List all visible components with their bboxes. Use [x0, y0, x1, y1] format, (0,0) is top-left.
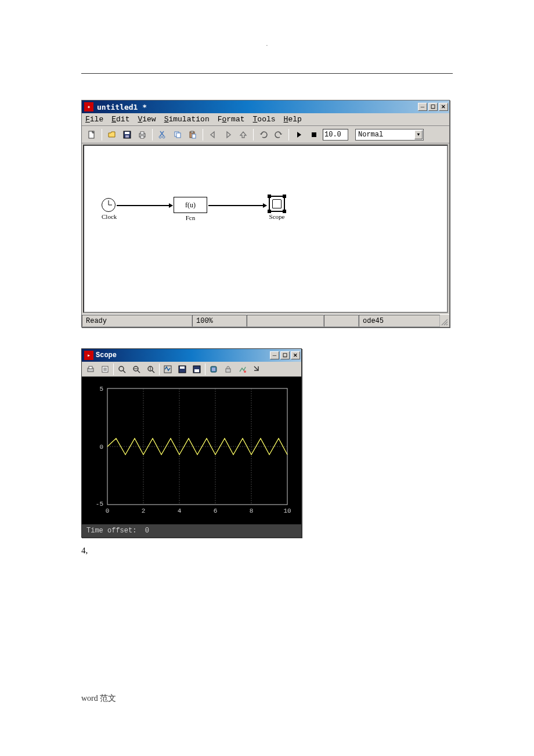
page-header-dot: .: [81, 41, 453, 47]
lock-icon[interactable]: [222, 363, 234, 376]
separator: [205, 363, 205, 375]
status-blank2: [324, 315, 359, 327]
print-icon[interactable]: [136, 128, 149, 141]
svg-rect-3: [125, 135, 129, 138]
scope-label: Scope: [269, 213, 285, 220]
autoscale-icon[interactable]: [161, 363, 174, 376]
svg-text:5: 5: [99, 386, 103, 393]
zoom-x-icon[interactable]: [130, 363, 143, 376]
status-ready: Ready: [82, 315, 192, 327]
window-title: untitled1 *: [97, 103, 418, 111]
svg-rect-14: [312, 132, 316, 137]
svg-text:10: 10: [283, 507, 291, 514]
separator: [113, 363, 114, 375]
back-icon[interactable]: [207, 128, 219, 141]
zoom-icon[interactable]: [116, 363, 128, 376]
stop-time-input[interactable]: [323, 129, 348, 141]
scope-window: Scope ─ ☐ ✕: [81, 348, 302, 538]
fcn-block[interactable]: f(u) Fcn: [174, 197, 207, 221]
svg-rect-2: [125, 132, 129, 134]
open-icon[interactable]: [106, 128, 118, 141]
up-icon[interactable]: [237, 128, 250, 141]
play-icon[interactable]: [293, 128, 305, 141]
menu-file[interactable]: File: [85, 115, 103, 124]
close-button[interactable]: ✕: [291, 351, 300, 359]
menubar: File Edit View Simulation Format Tools H…: [82, 113, 449, 126]
scope-block[interactable]: Scope: [269, 196, 285, 220]
parameters-icon[interactable]: [99, 363, 111, 376]
menu-edit[interactable]: Edit: [111, 115, 129, 124]
signal-select-icon[interactable]: [236, 363, 249, 376]
zoom-y-icon[interactable]: [145, 363, 157, 376]
signal-wire[interactable]: [208, 205, 266, 206]
menu-tools[interactable]: Tools: [253, 115, 276, 124]
status-blank: [247, 315, 324, 327]
save-icon[interactable]: [121, 128, 134, 141]
model-canvas[interactable]: Clock f(u) Fcn Scope: [83, 145, 448, 313]
clock-label: Clock: [102, 213, 117, 220]
svg-rect-6: [140, 136, 144, 138]
time-offset: Time offset: 0: [82, 524, 301, 537]
redo-icon[interactable]: [272, 128, 285, 141]
minimize-button[interactable]: ─: [270, 351, 279, 359]
svg-text:8: 8: [250, 507, 254, 514]
cut-icon[interactable]: [156, 128, 169, 141]
clock-icon: [102, 198, 116, 212]
clock-block[interactable]: Clock: [102, 198, 117, 220]
toolbar: Normal ▼: [82, 126, 449, 143]
print-icon[interactable]: [84, 363, 97, 376]
paste-icon[interactable]: [186, 128, 199, 141]
scope-titlebar[interactable]: Scope ─ ☐ ✕: [82, 349, 301, 362]
maximize-button[interactable]: ☐: [280, 351, 290, 359]
new-icon[interactable]: [85, 128, 98, 141]
stop-icon[interactable]: [308, 128, 320, 141]
menu-view[interactable]: View: [138, 115, 156, 124]
copy-icon[interactable]: [171, 128, 184, 141]
svg-rect-30: [107, 388, 287, 505]
svg-point-7: [159, 136, 161, 138]
status-zoom: 100%: [192, 315, 247, 327]
svg-text:4: 4: [178, 507, 182, 514]
detach-icon[interactable]: [251, 363, 264, 376]
floating-icon[interactable]: [207, 363, 220, 376]
separator: [203, 129, 203, 141]
maximize-button[interactable]: ☐: [428, 103, 438, 111]
plot-svg: 5 0 -5 0 2 4 6 8 10: [86, 383, 297, 522]
minimize-button[interactable]: ─: [418, 103, 427, 111]
undo-icon[interactable]: [257, 128, 270, 141]
close-button[interactable]: ✕: [439, 103, 448, 111]
fcn-body: f(u): [174, 197, 207, 213]
mode-select[interactable]: Normal ▼: [355, 129, 424, 141]
scope-toolbar: [82, 362, 301, 377]
svg-rect-10: [176, 133, 181, 138]
svg-rect-12: [191, 131, 193, 133]
svg-text:0: 0: [106, 507, 110, 514]
mode-value: Normal: [358, 131, 383, 139]
separator: [102, 129, 102, 141]
menu-format[interactable]: Format: [218, 115, 245, 124]
svg-rect-25: [194, 369, 199, 372]
menu-simulation[interactable]: Simulation: [164, 115, 210, 124]
svg-text:6: 6: [214, 507, 218, 514]
scope-icon: [269, 196, 285, 212]
svg-rect-23: [180, 366, 185, 369]
titlebar[interactable]: untitled1 * ─ ☐ ✕: [82, 100, 449, 113]
separator: [253, 129, 254, 141]
status-solver: ode45: [359, 315, 440, 327]
forward-icon[interactable]: [222, 128, 234, 141]
restore-axes-icon[interactable]: [190, 363, 203, 376]
svg-rect-16: [89, 366, 92, 369]
svg-text:2: 2: [142, 507, 146, 514]
scope-plot[interactable]: 5 0 -5 0 2 4 6 8 10: [82, 377, 301, 524]
header-rule: [81, 73, 453, 74]
resize-grip-icon[interactable]: [440, 315, 449, 327]
scope-app-icon: [84, 351, 93, 360]
statusbar: Ready 100% ode45: [82, 314, 449, 327]
svg-point-29: [244, 370, 246, 373]
separator: [159, 363, 160, 375]
menu-help[interactable]: Help: [284, 115, 302, 124]
signal-wire[interactable]: [117, 205, 172, 206]
svg-text:0: 0: [99, 444, 103, 451]
chevron-down-icon: ▼: [414, 130, 423, 139]
save-axes-icon[interactable]: [176, 363, 189, 376]
